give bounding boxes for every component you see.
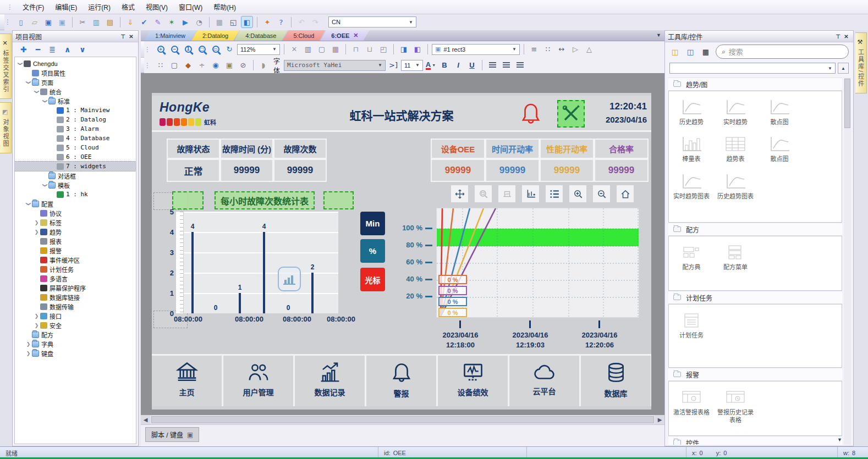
pan-button[interactable] <box>451 185 468 202</box>
lock-button[interactable]: ⊓ <box>350 43 362 56</box>
tree-item[interactable]: ❯字典 <box>15 339 136 349</box>
draw-button[interactable]: ◔ <box>193 16 205 28</box>
toolbox-item[interactable]: 实时趋势图表 <box>673 173 710 200</box>
zoom-out-button[interactable]: − <box>168 43 180 56</box>
bug-button[interactable]: ✶ <box>166 16 178 28</box>
collapse-all-icon[interactable]: ▲ <box>838 63 849 74</box>
document-tab[interactable]: 6:OEE✕ <box>320 30 369 41</box>
add-icon[interactable]: ✚ <box>20 45 27 54</box>
tree-item[interactable]: ❯配置 <box>15 199 136 208</box>
toolbox-item[interactable]: 历史趋势图表 <box>717 173 754 200</box>
tree-item[interactable]: 项目属性 <box>15 68 136 78</box>
check-button[interactable]: ✔ <box>138 16 150 28</box>
tree-expander-icon[interactable]: ❯ <box>34 313 40 319</box>
tree-item[interactable]: ❯标准 <box>15 96 136 106</box>
tree-item[interactable]: 3 : Alarm <box>15 124 136 134</box>
legend-button[interactable] <box>546 185 563 202</box>
undo-button[interactable]: ↶ <box>295 16 307 28</box>
rotate-button[interactable]: ↻ <box>223 43 235 56</box>
object-selector-combo[interactable]: ▣#1 rect3▼ <box>432 44 520 55</box>
script-keyboard-tab[interactable]: 脚本 / 键盘 ▣ <box>145 427 199 442</box>
table-button[interactable]: ▦ <box>329 43 342 56</box>
widget-placeholder-box[interactable] <box>323 191 354 209</box>
image-button[interactable]: ▣ <box>223 59 235 71</box>
tree-expander-icon[interactable]: ❯ <box>18 60 23 67</box>
menu-item[interactable]: 运行(R) <box>83 0 116 14</box>
toolbox-item[interactable]: 激活警报表格 <box>673 389 710 424</box>
close-icon[interactable]: ✕ <box>842 32 850 41</box>
nav-tile-cloud[interactable]: 云平台 <box>509 356 579 406</box>
frame-button[interactable]: ▢ <box>316 43 328 56</box>
open-folder-button[interactable]: ▱ <box>29 16 41 28</box>
sort-icon[interactable]: ≣ <box>49 45 56 54</box>
font-size-combo[interactable]: 11▼ <box>401 60 423 71</box>
pin-icon[interactable]: ⊤ <box>119 32 127 41</box>
tree-item[interactable]: 2 : Datalog <box>15 115 136 124</box>
close-icon[interactable]: ✕ <box>353 32 358 39</box>
italic-button[interactable]: I <box>452 59 464 71</box>
unlock-button[interactable]: ⊔ <box>364 43 376 56</box>
add-window-icon[interactable]: ◫ <box>669 47 680 57</box>
move-up-icon[interactable]: ∧ <box>64 45 70 54</box>
toolbox-item[interactable]: 计划任务 <box>673 312 710 339</box>
copy-style-button[interactable]: ▥ <box>302 43 314 56</box>
mini-chart-button[interactable] <box>278 267 301 291</box>
tree-item[interactable]: 屏幕保护程序 <box>15 283 136 292</box>
zoom-100-button[interactable]: 1 <box>182 43 194 56</box>
tree-item[interactable]: 5 : Cloud <box>15 143 136 152</box>
home-button[interactable] <box>617 185 634 202</box>
tree-item[interactable]: 配方 <box>15 330 136 339</box>
toolbox-item[interactable]: 配方菜单 <box>717 244 754 271</box>
menu-item[interactable]: 编辑(E) <box>50 0 82 14</box>
add-axis-button[interactable] <box>522 185 539 202</box>
link-button[interactable]: ✎ <box>152 16 164 28</box>
bold-button[interactable]: B <box>438 59 451 71</box>
layer-front-button[interactable]: ◨ <box>398 43 410 56</box>
tree-item[interactable]: 6 : OEE <box>15 152 136 162</box>
flip-button[interactable]: ▷ <box>569 43 581 56</box>
grid-view-icon[interactable]: ▦ <box>700 47 711 57</box>
package-button[interactable]: ✦ <box>261 16 273 28</box>
tree-item[interactable]: ❯标签 <box>15 218 136 227</box>
tree-item[interactable]: 数据传输 <box>15 302 136 311</box>
toolbox-item[interactable]: 散点图 <box>761 99 798 126</box>
bar-chart-title-box[interactable]: 每小时故障次数统计表 <box>215 191 315 209</box>
vertical-scrollbar[interactable] <box>844 78 851 445</box>
tree-expander-icon[interactable]: ❯ <box>34 229 40 235</box>
tab-overflow-icon[interactable]: ▼ <box>656 32 661 38</box>
scroll-left-icon[interactable]: ◀ <box>141 415 150 424</box>
tree-expander-icon[interactable]: ❯ <box>34 220 40 225</box>
zoom-out-button[interactable] <box>593 185 610 202</box>
insert-button[interactable]: >] <box>387 59 399 71</box>
tree-item[interactable]: 协议 <box>15 208 136 218</box>
tree-item[interactable]: 1 : Mainview <box>15 106 136 115</box>
tree-expander-icon[interactable]: ❯ <box>42 182 48 188</box>
zoom-fit-button[interactable]: ▭ <box>210 43 222 56</box>
horizontal-scrollbar[interactable]: ◀ ▶ <box>141 415 664 424</box>
copy-button[interactable]: ▥ <box>90 16 102 28</box>
scrollbar-thumb[interactable] <box>151 416 654 423</box>
align-button[interactable]: ≡ <box>528 43 540 56</box>
toolbox-item[interactable]: 警报历史记录表格 <box>717 389 754 424</box>
dock-tab-cross-reference[interactable]: ✕标签交叉索引 <box>0 34 12 99</box>
match-size-button[interactable]: ↔ <box>556 43 568 56</box>
tree-item[interactable]: ❯安全 <box>15 320 136 330</box>
menu-item[interactable]: 视图(V) <box>141 0 173 14</box>
tree-expander-icon[interactable]: ❯ <box>26 201 31 207</box>
scroll-right-icon[interactable]: ▶ <box>655 415 664 424</box>
maintenance-tools-icon[interactable] <box>557 100 585 128</box>
nav-tile-bell[interactable]: 警报 <box>366 356 436 406</box>
tree-expander-icon[interactable]: ❯ <box>34 323 40 328</box>
font-family-combo[interactable]: Microsoft YaHei▼ <box>284 60 386 71</box>
cut-button[interactable]: ✂ <box>76 16 89 28</box>
delete-button[interactable]: ✕ <box>288 43 300 56</box>
toolbox-item[interactable]: 趋势表 <box>717 136 754 163</box>
remove-icon[interactable]: ━ <box>36 45 40 54</box>
tree-item[interactable]: 数据库链接 <box>15 292 136 302</box>
section-header[interactable]: 计划任务 <box>668 291 842 304</box>
nav-tile-chart[interactable]: 数据记录 <box>295 356 365 406</box>
tree-item[interactable]: 事件缓冲区 <box>15 255 136 264</box>
tree-expander-icon[interactable]: ❯ <box>34 89 40 95</box>
cursor-button[interactable]: 光标 <box>360 268 385 291</box>
export-button[interactable]: ⇓ <box>124 16 136 28</box>
